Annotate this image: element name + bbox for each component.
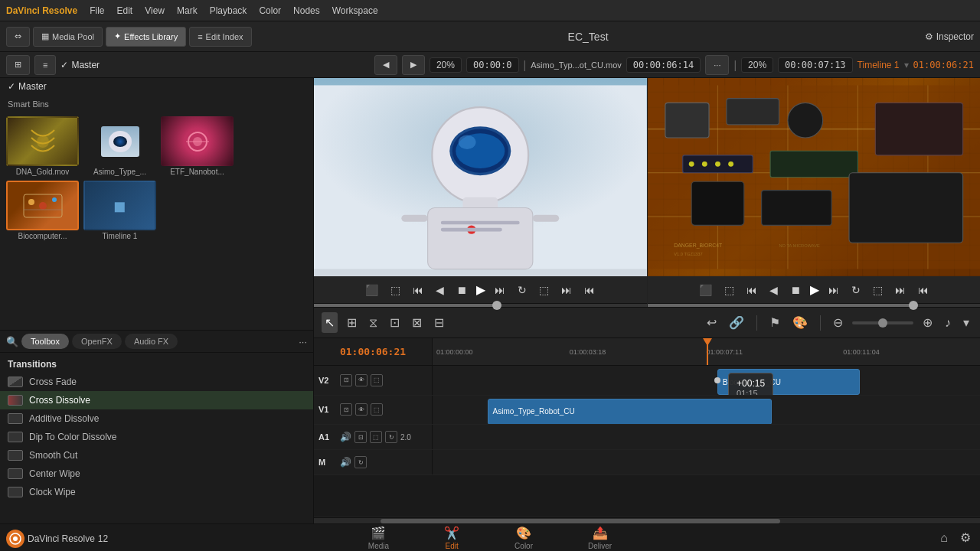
- tab-toolbox[interactable]: Toolbox: [21, 334, 69, 349]
- tl-skip-end-btn[interactable]: ⏭: [892, 282, 909, 298]
- scrollbar-thumb[interactable]: [381, 519, 780, 523]
- master-audio-icon[interactable]: 🔊: [340, 457, 351, 468]
- menu-nodes[interactable]: Nodes: [293, 5, 320, 16]
- track-v1-lock-icon[interactable]: ⊡: [340, 403, 352, 416]
- track-a1-lock-icon[interactable]: ⊡: [354, 431, 367, 443]
- timeline-progress-bar[interactable]: [648, 304, 981, 307]
- source-skip-end-btn[interactable]: ⏭: [558, 282, 575, 298]
- source-skip-fwd-btn[interactable]: ⏭: [492, 282, 508, 298]
- audio-icon[interactable]: 🔊: [340, 432, 351, 442]
- menu-edit[interactable]: Edit: [117, 5, 133, 16]
- list-item[interactable]: ◼ Timeline 1: [83, 181, 156, 240]
- menu-playback[interactable]: Playback: [210, 5, 247, 16]
- link-tool[interactable]: 🔗: [726, 312, 747, 333]
- source-skip-start-btn[interactable]: ⏮: [410, 282, 426, 298]
- nav-color[interactable]: 🎨 Color: [502, 524, 545, 552]
- pointer-tool[interactable]: ↖: [322, 312, 338, 333]
- nav-media[interactable]: 🎬 Media: [356, 524, 401, 552]
- effects-library-btn[interactable]: ✦ Effects Library: [106, 27, 186, 47]
- list-view-btn[interactable]: ≡: [34, 55, 56, 75]
- track-master-route-icon[interactable]: ↻: [354, 456, 367, 468]
- inspector-btn[interactable]: ⚙ Inspector: [925, 31, 974, 42]
- list-item[interactable]: DNA_Gold.mov: [6, 116, 79, 176]
- timeline-scrollbar[interactable]: [314, 517, 980, 523]
- nav-edit[interactable]: ✂️ Edit: [432, 524, 472, 552]
- menu-mark[interactable]: Mark: [177, 5, 198, 16]
- track-v2-lock-icon[interactable]: ⊡: [340, 374, 352, 386]
- tl-menu-btn[interactable]: ⏮: [915, 282, 932, 298]
- track-v2-content[interactable]: Biocomputer_CU +00:15 01:15: [433, 366, 980, 395]
- menu-workspace[interactable]: Workspace: [332, 5, 378, 16]
- tl-stop-btn[interactable]: ⏹: [787, 282, 804, 298]
- undo-tool[interactable]: ↩: [704, 312, 720, 333]
- home-btn[interactable]: ⌂: [937, 527, 951, 548]
- timeline-label[interactable]: Timeline 1: [858, 60, 900, 70]
- track-v2-link-icon[interactable]: ⬚: [371, 374, 383, 386]
- list-item[interactable]: Biocomputer...: [6, 181, 79, 240]
- flag-tool[interactable]: ⚑: [766, 312, 783, 333]
- tl-full-btn[interactable]: ⬚: [870, 282, 886, 298]
- track-v1-link-icon[interactable]: ⬚: [371, 403, 383, 416]
- zoom-out-tool[interactable]: ⊖: [830, 312, 846, 333]
- source-stop-btn[interactable]: ⏹: [453, 282, 470, 298]
- track-a1-content[interactable]: [433, 425, 980, 449]
- ripple-tool[interactable]: ⊟: [431, 312, 447, 333]
- track-a1-route-icon[interactable]: ↻: [385, 431, 397, 443]
- tl-in-btn[interactable]: ⬚: [721, 282, 737, 298]
- blade-tool[interactable]: ⧖: [366, 313, 381, 333]
- fx-additive-dissolve[interactable]: Additive Dissolve: [0, 409, 313, 428]
- source-menu-btn[interactable]: ⏮: [581, 282, 598, 298]
- tl-step-back-btn[interactable]: ◀: [766, 282, 781, 298]
- tl-skip-fwd-btn[interactable]: ⏭: [825, 282, 842, 298]
- toolbox-more-btn[interactable]: ···: [299, 336, 307, 347]
- fx-dip-color[interactable]: Dip To Color Dissolve: [0, 428, 313, 446]
- expand-btn[interactable]: ⇔: [6, 27, 30, 47]
- tl-skip-start-btn[interactable]: ⏮: [743, 282, 760, 298]
- track-v1-eye-icon[interactable]: 👁: [355, 403, 368, 416]
- source-progress-bar[interactable]: [314, 304, 647, 307]
- clip-asimo[interactable]: Asimo_Type_Robot_CU: [488, 399, 773, 425]
- audio-down-btn[interactable]: ▾: [960, 312, 972, 333]
- zoom-in-tool[interactable]: ⊕: [920, 312, 936, 333]
- crop-tool[interactable]: ⊡: [387, 312, 403, 333]
- track-v2-eye-icon[interactable]: 👁: [355, 374, 368, 386]
- menu-color[interactable]: Color: [259, 5, 281, 16]
- list-item[interactable]: ETF_Nanobot...: [161, 116, 234, 176]
- tab-openfx[interactable]: OpenFX: [72, 334, 122, 349]
- dynamics-tool[interactable]: ⊠: [409, 312, 425, 333]
- nav-fwd-btn[interactable]: ▶: [402, 55, 425, 75]
- source-play-btn[interactable]: ▶: [476, 282, 485, 297]
- timeline-ruler[interactable]: 01:00:00:00 01:00:03:18 01:00:07:11 01:0…: [433, 338, 980, 365]
- source-in-btn[interactable]: ⬚: [387, 282, 403, 298]
- tl-monitor-btn[interactable]: ⬛: [696, 282, 715, 298]
- track-v1-content[interactable]: Asimo_Type_Robot_CU: [433, 396, 980, 425]
- track-a1-link-icon[interactable]: ⬚: [370, 431, 382, 443]
- fx-cross-dissolve[interactable]: Cross Dissolve: [0, 391, 313, 409]
- search-btn[interactable]: 🔍: [6, 336, 18, 347]
- menu-view[interactable]: View: [145, 5, 165, 16]
- source-monitor-btn[interactable]: ⬛: [362, 282, 381, 298]
- source-step-back-btn[interactable]: ◀: [433, 282, 447, 298]
- nav-back-btn[interactable]: ◀: [374, 55, 397, 75]
- more-options-btn[interactable]: ···: [705, 55, 729, 75]
- tl-play-btn[interactable]: ▶: [810, 282, 819, 297]
- source-loop-btn[interactable]: ↻: [514, 282, 530, 298]
- grid-view-btn[interactable]: ⊞: [6, 55, 30, 75]
- nav-deliver[interactable]: 📤 Deliver: [576, 524, 624, 552]
- audio-tool[interactable]: ♪: [942, 313, 954, 333]
- clip-biocomputer[interactable]: Biocomputer_CU: [717, 369, 860, 395]
- settings-btn[interactable]: ⚙: [957, 527, 974, 548]
- tab-audiofx[interactable]: Audio FX: [125, 334, 178, 349]
- tl-loop-btn[interactable]: ↻: [848, 282, 864, 298]
- source-full-btn[interactable]: ⬚: [536, 282, 552, 298]
- fx-center-wipe[interactable]: Center Wipe: [0, 465, 313, 483]
- trim-tool[interactable]: ⊞: [344, 312, 360, 333]
- menu-file[interactable]: File: [90, 5, 104, 16]
- track-master-content[interactable]: [433, 450, 980, 474]
- media-pool-btn[interactable]: ▦ Media Pool: [33, 27, 103, 47]
- fx-cross-fade[interactable]: Cross Fade: [0, 373, 313, 391]
- list-item[interactable]: Asimo_Type_...: [83, 116, 156, 176]
- fx-smooth-cut[interactable]: Smooth Cut: [0, 446, 313, 465]
- fx-clock-wipe[interactable]: Clock Wipe: [0, 483, 313, 501]
- color-tool[interactable]: 🎨: [789, 312, 811, 333]
